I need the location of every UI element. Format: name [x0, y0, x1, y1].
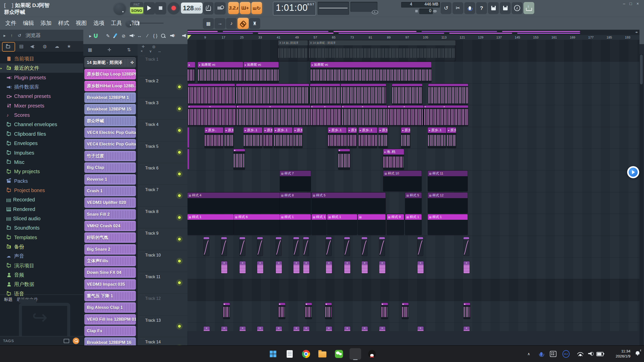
mini-clip[interactable]: ≡ — [293, 261, 299, 273]
track-lane-Track 2[interactable]: ▸▸如果呢 vc▸如果呢 vc▸如果呢 vc — [187, 61, 639, 83]
tempo-display[interactable]: 128.000 ▲▼ — [181, 3, 203, 14]
multilink-button[interactable]: ♜ — [249, 18, 260, 29]
track-rows[interactable]: X 14 如..郑润泽X 14 如果呢 - 郑润泽▸▸如果呢 vc▸如果呢 vc… — [187, 40, 639, 331]
arrow-tool[interactable]: ▸ — [87, 33, 94, 39]
browser-up-icon[interactable]: ↑ — [11, 33, 13, 38]
audio-clip[interactable]: ▸原乡 — [224, 127, 234, 148]
link-button[interactable] — [238, 18, 249, 29]
audio-clip[interactable]: ▸▸ — [342, 105, 387, 126]
move-icon[interactable]: ✜ — [131, 57, 134, 68]
pattern-clip[interactable]: ▤样式 9 — [387, 214, 404, 235]
minimize-button[interactable]: – — [621, 2, 627, 6]
audio-clip[interactable]: ▸▸ — [237, 105, 310, 126]
tags-search-icon[interactable] — [73, 338, 79, 344]
clip-item-Big Alesso Clap 1[interactable]: Big Alesso Clap 1 — [84, 302, 136, 313]
mini-clip[interactable]: ≡ — [344, 261, 350, 273]
browser-item-Packs[interactable]: Packs — [0, 176, 83, 186]
audio-clip[interactable]: ▸原乡 — [263, 127, 273, 148]
pat-mode-button[interactable]: PAT — [130, 2, 143, 7]
clip-stub[interactable] — [187, 149, 189, 169]
mini-clip[interactable]: ≡ — [344, 327, 350, 331]
help-button[interactable]: ? — [476, 2, 487, 14]
audio-clip[interactable] — [341, 84, 386, 104]
automation-clip[interactable] — [344, 237, 350, 256]
taskbar-app-flstudio[interactable] — [350, 348, 361, 360]
mini-clip[interactable]: ≡ — [464, 327, 470, 331]
automation-clip[interactable] — [362, 237, 367, 256]
tags-folder-icon[interactable] — [64, 339, 69, 343]
audio-clip[interactable]: ▸ — [305, 303, 312, 319]
menu-item-工具[interactable]: 工具 — [108, 17, 125, 29]
pat-song-toggle[interactable]: PAT SONG — [130, 2, 143, 14]
tray-volume-icon[interactable] — [587, 346, 593, 362]
track-lane-Track 8[interactable]: ▤样式 4▤样式 8▤样式 5▤样式 5▤样式 12 — [187, 192, 639, 214]
corner-icon[interactable]: ∨ — [149, 49, 152, 53]
clip-item-Breakbeat 128BPM 1[interactable]: Breakbeat 128BPM 1 — [84, 92, 136, 103]
browser-tab-current[interactable] — [2, 42, 15, 52]
mini-clip[interactable]: ≡ — [418, 261, 424, 273]
pattern-clip[interactable]: ▤样式 11 — [428, 171, 468, 191]
muted-clip[interactable]: X 14 如果呢 - 郑润泽 — [309, 40, 456, 61]
save-as-audio-button[interactable] — [500, 2, 511, 14]
clip-item-14 如果呢 - 郑润泽[interactable]: 14 如果呢 - 郑润泽✜ — [84, 57, 136, 68]
browser-refresh-icon[interactable]: ↺ — [18, 33, 21, 38]
mini-clip[interactable]: ≡ — [276, 261, 282, 273]
taskbar-app-qq[interactable] — [366, 348, 378, 360]
clip-item-竹子过渡[interactable]: 竹子过渡 — [84, 151, 136, 161]
clip-item-原乡鼓Clap Loop 128BPM[interactable]: 原乡鼓Clap Loop 128BPM — [84, 69, 136, 80]
browser-item-Plugin presets[interactable]: Plugin presets — [0, 73, 83, 82]
clip-item-Crash 1[interactable]: Crash 1 — [84, 186, 136, 196]
menu-item-文件[interactable]: 文件 — [2, 17, 20, 29]
audio-clip[interactable]: ▸原乡.. — [205, 127, 223, 148]
track-lane-Track 11[interactable]: ≡≡≡≡≡≡≡≡≡≡≡≡ — [187, 257, 639, 279]
track-lane-Track 4[interactable]: ▸▸▸▸▸▸▸▸▸▸▸▸ — [187, 105, 639, 127]
clip-item-VEC4 Electric Pop Guitar..[interactable]: VEC4 Electric Pop Guitar.. — [84, 139, 136, 150]
menu-item-编辑[interactable]: 编辑 — [20, 17, 37, 29]
track-lane-Track 7[interactable]: ▤样式 7▤样式 10▤样式 11 — [187, 170, 639, 192]
browser-item-Recorded[interactable]: Recorded — [0, 195, 83, 204]
slide-note-button[interactable]: ♪ — [226, 18, 237, 29]
track-header-Track 4[interactable]: ····Track 4 — [138, 119, 187, 141]
metronome-button[interactable] — [203, 2, 213, 14]
pattern-clip[interactable]: ▤样式 1 — [312, 214, 326, 235]
pattern-clip[interactable]: ▤样式 5 — [405, 193, 422, 213]
close-button[interactable]: × — [634, 2, 641, 6]
mute-tool[interactable]: × — [128, 33, 135, 39]
automation-clip[interactable] — [240, 237, 245, 256]
audio-clip[interactable]: ▸▸ — [188, 105, 236, 126]
audio-clip[interactable] — [236, 84, 309, 104]
browser-back-icon[interactable]: ▸ — [4, 33, 6, 38]
browser-item-备份[interactable]: ↺备份 — [0, 242, 83, 251]
track-mute-led[interactable] — [177, 128, 181, 132]
browser-item-用户数据[interactable]: 用户数据 — [0, 280, 83, 289]
browser-tab-star-icon[interactable]: ★ — [67, 44, 71, 49]
countdown-button[interactable]: 3.2.ι — [228, 2, 239, 14]
audio-clip[interactable]: ▸原乡..1 — [274, 127, 292, 148]
mini-clip[interactable]: ≡ — [240, 327, 246, 331]
mini-clip[interactable]: ≡ — [221, 327, 227, 331]
clip-item-Reverse 1[interactable]: Reverse 1 — [84, 174, 136, 185]
mini-clip[interactable]: ≡ — [303, 261, 309, 273]
automation-clip[interactable] — [276, 237, 281, 256]
audio-clip[interactable]: ▸▸ — [388, 105, 424, 126]
audio-clip[interactable]: ▸ — [234, 149, 245, 170]
track-header-Track 5[interactable]: ····Track 5 — [138, 141, 187, 163]
mini-clip[interactable]: ≡ — [240, 261, 246, 273]
tempo-spinner[interactable]: ▲▼ — [199, 5, 202, 11]
mini-clip[interactable]: ≡ — [276, 327, 282, 331]
hint-slider[interactable] — [136, 23, 164, 24]
track-header-Track 6[interactable]: ····Track 6 — [138, 163, 187, 185]
browser-item-Sliced audio[interactable]: Sliced audio — [0, 214, 83, 223]
slash-tool[interactable]: ⊘ — [120, 33, 127, 39]
clip-item-Breakbeat 128BPM 15[interactable]: Breakbeat 128BPM 15 — [84, 104, 136, 115]
track-header-Track 7[interactable]: ····Track 7 — [138, 185, 187, 206]
pattern-clip[interactable]: ▤样式 1 — [327, 214, 357, 235]
step-edit-button[interactable]: → — [214, 18, 225, 29]
browser-item-Scores[interactable]: ♪Scores — [0, 111, 83, 120]
play-button[interactable] — [144, 2, 155, 14]
menu-item-视图[interactable]: 视图 — [72, 17, 90, 29]
browser-item-Impulses[interactable]: +Impulses — [0, 148, 83, 158]
track-lane-Track 9[interactable]: ▤样式 1▤样式 6▤样式 1▤样式 1▤样式 1▤▤样式 9▤样式 1▤样式 … — [187, 214, 639, 236]
browser-item-音频[interactable]: 音频 — [0, 270, 83, 280]
save-button[interactable] — [488, 2, 499, 14]
